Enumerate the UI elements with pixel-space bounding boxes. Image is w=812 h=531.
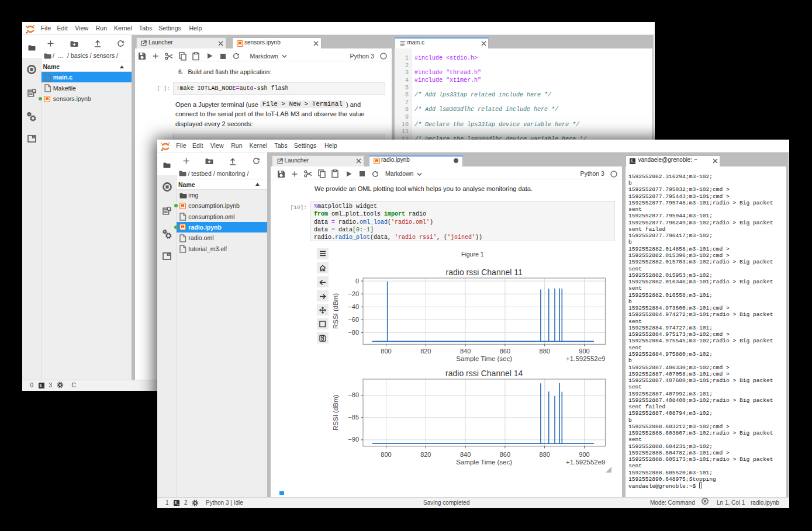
svg-text:RSSI (dBm): RSSI (dBm)	[332, 394, 339, 430]
svg-text:$_: $_	[39, 384, 44, 388]
svg-text:820: 820	[420, 347, 431, 354]
svg-text:$_: $_	[630, 159, 635, 164]
svg-text:880: 880	[539, 450, 550, 457]
svg-text:−20: −20	[348, 290, 359, 297]
svg-text:−60: −60	[348, 315, 359, 322]
svg-text:−80: −80	[348, 329, 359, 336]
svg-text:+1.592552e9: +1.592552e9	[566, 458, 605, 465]
svg-text:840: 840	[459, 347, 470, 354]
svg-text:860: 860	[499, 450, 510, 457]
svg-text:0: 0	[355, 277, 358, 284]
svg-text:−85: −85	[348, 414, 359, 421]
svg-text:−80: −80	[348, 391, 359, 398]
svg-text:−90: −90	[348, 436, 359, 443]
svg-text:RSSI (dBm): RSSI (dBm)	[332, 293, 339, 328]
svg-text:880: 880	[539, 347, 550, 354]
svg-text:820: 820	[420, 450, 431, 457]
svg-text:800: 800	[381, 347, 391, 354]
svg-text:800: 800	[381, 450, 391, 457]
svg-text:+1.592552e9: +1.592552e9	[566, 355, 605, 362]
svg-text:Sample Time (sec): Sample Time (sec)	[456, 458, 512, 465]
svg-text:−40: −40	[348, 303, 359, 310]
svg-text:radio rssi Channel 14: radio rssi Channel 14	[445, 369, 523, 378]
svg-text:900: 900	[579, 347, 589, 354]
svg-text:radio rssi Channel 11: radio rssi Channel 11	[445, 267, 522, 276]
svg-text:900: 900	[579, 450, 589, 457]
svg-text:$_: $_	[174, 501, 179, 505]
svg-text:860: 860	[499, 347, 510, 354]
svg-text:Sample Time (sec): Sample Time (sec)	[456, 355, 512, 362]
svg-text:840: 840	[459, 450, 470, 457]
